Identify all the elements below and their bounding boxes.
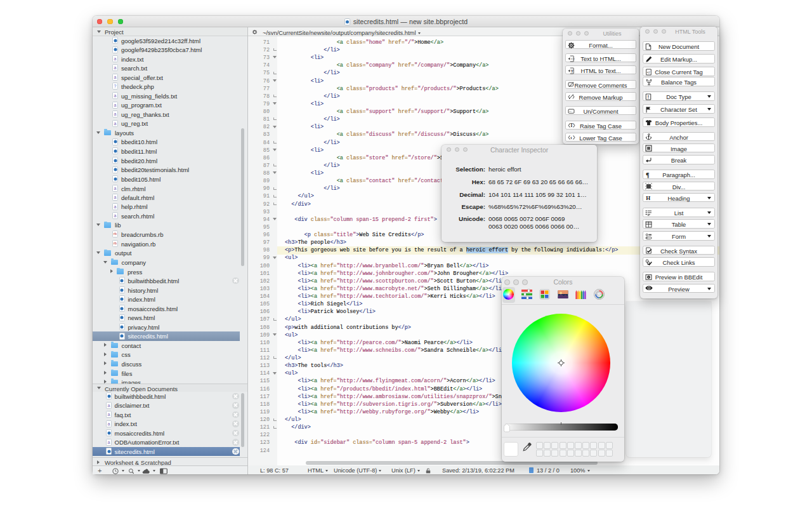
svg-text:S: S bbox=[597, 291, 601, 298]
